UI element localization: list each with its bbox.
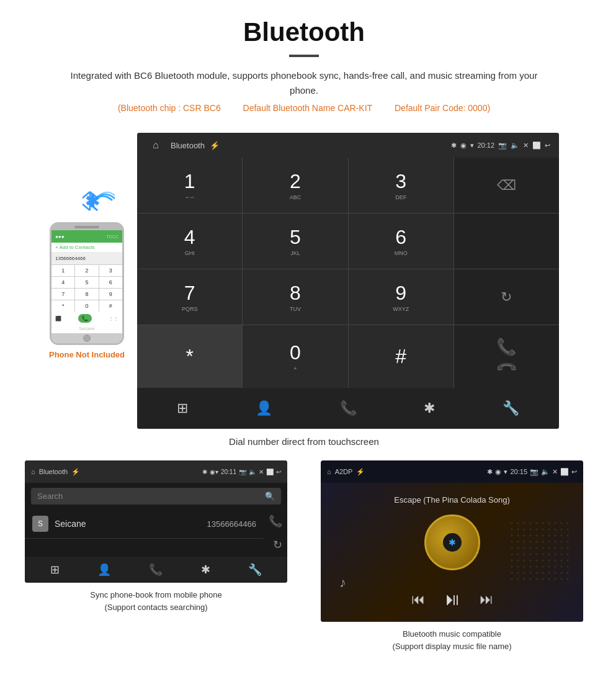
- pb-nav-settings[interactable]: 🔧: [248, 563, 262, 577]
- music-back-icon: ↩: [571, 468, 577, 476]
- dialpad-nav-icon[interactable]: ⊞: [167, 397, 198, 420]
- phonebook-wrapper: ⌂ Bluetooth ⚡ ✱ ◉▾ 20:11 📷 🔈 ✕ ⬜ ↩ Searc…: [25, 460, 287, 652]
- music-signal-icon: ▾: [504, 468, 507, 476]
- dial-key-0[interactable]: 0 +: [243, 325, 347, 388]
- pb-search-bar[interactable]: Search 🔍: [31, 488, 281, 505]
- dial-key-6[interactable]: 6 MNO: [349, 213, 454, 269]
- pb-search-icon[interactable]: 🔍: [265, 491, 275, 501]
- music-win-icon: ⬜: [560, 468, 569, 476]
- pb-time: 20:11: [221, 469, 236, 475]
- dial-display-area: ⌫: [454, 158, 559, 213]
- pb-right-icons: 📞 ↻: [264, 509, 287, 557]
- pb-bt-icon: ✱: [202, 469, 207, 475]
- dial-key-8[interactable]: 8 TUV: [243, 269, 347, 325]
- description-text: Integrated with BC6 Bluetooth module, su…: [68, 68, 540, 98]
- pb-vol-icon: 🔈: [249, 469, 256, 475]
- phone-nav-icon[interactable]: 📞: [330, 397, 367, 420]
- music-controls: ⏮ ⏯ ⏭: [411, 589, 493, 609]
- pb-x-icon: ✕: [259, 469, 264, 475]
- specs-line: (Bluetooth chip : CSR BC6 Default Blueto…: [0, 103, 608, 113]
- answer-call-button[interactable]: 📞: [496, 338, 516, 357]
- music-wrapper: ⌂ A2DP ⚡ ✱ ◉ ▾ 20:15 📷 🔈 ✕ ⬜ ↩: [321, 460, 583, 652]
- phone-label: Phone Not Included: [49, 350, 125, 359]
- bt-status-icon: ✱: [451, 141, 457, 150]
- contacts-nav-icon[interactable]: 👤: [246, 397, 282, 420]
- spec-name: Default Bluetooth Name CAR-KIT: [243, 103, 373, 113]
- dial-key-3[interactable]: 3 DEF: [349, 158, 454, 213]
- bluetooth-nav-icon[interactable]: ✱: [414, 397, 445, 420]
- pb-nav-bt[interactable]: ✱: [201, 563, 210, 577]
- skip-next-button[interactable]: ⏭: [480, 591, 493, 608]
- pb-nav-contacts[interactable]: 👤: [97, 563, 111, 577]
- pb-nav-dialpad[interactable]: ⊞: [50, 563, 60, 577]
- time-display: 20:12: [478, 141, 495, 149]
- music-loc-icon: ◉: [495, 468, 501, 476]
- play-pause-button[interactable]: ⏯: [444, 589, 461, 609]
- music-bt-icon: ✱: [487, 468, 493, 476]
- pb-signal-icon: ◉▾: [210, 469, 218, 475]
- pb-status-bar: ⌂ Bluetooth ⚡ ✱ ◉▾ 20:11 📷 🔈 ✕ ⬜ ↩: [25, 460, 287, 483]
- music-dots-pattern: [509, 520, 571, 582]
- dial-key-star[interactable]: *: [137, 325, 242, 388]
- phonebook-caption: Sync phone-book from mobile phone (Suppo…: [25, 589, 287, 613]
- page-header: Bluetooth Integrated with BC6 Bluetooth …: [0, 0, 608, 133]
- spec-chip: (Bluetooth chip : CSR BC6: [118, 103, 221, 113]
- pb-contact-row[interactable]: S Seicane 13566664466: [25, 509, 264, 539]
- location-icon: ◉: [460, 141, 467, 150]
- dial-key-5[interactable]: 5 JKL: [243, 213, 347, 269]
- wifi-waves-icon: ✱: [59, 182, 115, 220]
- pb-content-area: S Seicane 13566664466 📞 ↻: [25, 509, 287, 557]
- usb-icon: ⚡: [210, 141, 220, 150]
- dial-caption: Dial number direct from touchscreen: [0, 436, 608, 447]
- bottom-screenshots: ⌂ Bluetooth ⚡ ✱ ◉▾ 20:11 📷 🔈 ✕ ⬜ ↩ Searc…: [25, 460, 583, 652]
- phone-add-contact: + Add to Contacts: [51, 243, 122, 253]
- dial-key-hash[interactable]: #: [349, 325, 454, 388]
- spec-code: Default Pair Code: 0000): [395, 103, 490, 113]
- music-usb-icon: ⚡: [356, 468, 365, 476]
- pb-search-placeholder: Search: [37, 491, 63, 501]
- pb-contact-phone: 13566664466: [207, 519, 256, 529]
- main-screenshot-area: ✱ ●●● TOCC + Add to Contacts: [25, 133, 583, 429]
- phone-mockup: ●●● TOCC + Add to Contacts 13566664466 1…: [50, 222, 124, 345]
- volume-icon: 🔈: [511, 141, 519, 150]
- dial-key-1[interactable]: 1 ∽∽: [137, 158, 242, 213]
- music-screen: ⌂ A2DP ⚡ ✱ ◉ ▾ 20:15 📷 🔈 ✕ ⬜ ↩: [321, 460, 583, 622]
- back-icon: ↩: [545, 141, 550, 150]
- music-home-icon[interactable]: ⌂: [327, 468, 331, 475]
- pb-contact-list: S Seicane 13566664466: [25, 509, 264, 557]
- pb-usb-icon: ⚡: [71, 468, 80, 476]
- dial-redial[interactable]: ↻: [454, 269, 559, 325]
- skip-prev-button[interactable]: ⏮: [411, 591, 425, 608]
- music-caption: Bluetooth music compatible (Support disp…: [321, 628, 583, 652]
- close-icon: ✕: [523, 141, 529, 150]
- pb-bottom-bar: ⊞ 👤 📞 ✱ 🔧: [25, 557, 287, 583]
- music-title: A2DP: [335, 468, 353, 475]
- dial-bottom-bar: ⊞ 👤 📞 ✱ 🔧: [137, 388, 559, 429]
- dial-key-7[interactable]: 7 PQRS: [137, 269, 242, 325]
- phone-dialpad: 1 2 3 4 5 6 7 8 9 * 0 #: [51, 265, 122, 312]
- phone-screen: ●●● TOCC + Add to Contacts 13566664466 1…: [51, 230, 122, 333]
- signal-icon: ▾: [470, 141, 474, 150]
- music-bt-album-icon: ✱: [449, 537, 456, 547]
- pb-refresh-icon[interactable]: ↻: [273, 538, 282, 552]
- end-call-button[interactable]: 📞: [495, 356, 518, 379]
- dial-key-9[interactable]: 9 WXYZ: [349, 269, 454, 325]
- svg-rect-9: [509, 520, 571, 582]
- header-divider: [289, 55, 319, 57]
- music-cam-icon: 📷: [530, 468, 539, 476]
- music-album-art: ✱: [424, 514, 480, 570]
- music-album-inner: ✱: [443, 533, 462, 552]
- pb-nav-phone[interactable]: 📞: [149, 563, 163, 577]
- pb-home-icon[interactable]: ⌂: [31, 468, 35, 475]
- music-status-bar: ⌂ A2DP ⚡ ✱ ◉ ▾ 20:15 📷 🔈 ✕ ⬜ ↩: [321, 460, 583, 483]
- home-button[interactable]: ⌂: [146, 137, 166, 154]
- dial-screen: ⌂ Bluetooth ⚡ ✱ ◉ ▾ 20:12 📷 🔈 ✕ ⬜ ↩ 1 ∽∽: [137, 133, 559, 429]
- dial-key-2[interactable]: 2 ABC: [243, 158, 347, 213]
- music-x-icon: ✕: [552, 468, 558, 476]
- music-time: 20:15: [510, 468, 527, 475]
- pb-call-icon[interactable]: 📞: [269, 514, 282, 528]
- pb-contact-avatar: S: [32, 516, 48, 532]
- dial-key-4[interactable]: 4 GHI: [137, 213, 242, 269]
- dial-empty-1: [454, 213, 559, 269]
- settings-nav-icon[interactable]: 🔧: [493, 397, 529, 420]
